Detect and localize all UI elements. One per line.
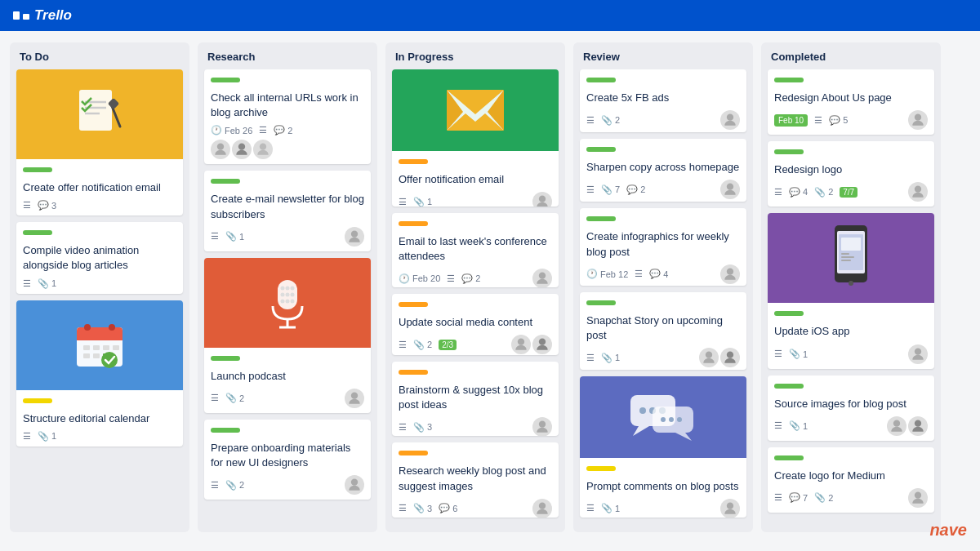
card-label [211, 428, 240, 433]
attach-count: 1 [427, 197, 432, 207]
meta-desc: ☰ [23, 278, 31, 289]
date-badge: Feb 10 [774, 114, 808, 127]
comment-count: 4 [663, 269, 668, 279]
card-comp-1[interactable]: Redesign About Us page Feb 10 ☰ 💬 5 [768, 69, 934, 135]
attach-count: 1 [803, 349, 808, 359]
card-comp-2[interactable]: Redesign logo ☰ 💬 4 📎 2 7/7 [768, 141, 934, 207]
card-body: Prompt comments on blog posts ☰ 📎 1 [580, 458, 746, 518]
svg-rect-12 [93, 345, 100, 350]
svg-point-27 [281, 292, 285, 296]
card-ip-3[interactable]: Update social media content ☰ 📎 2 2/3 [392, 294, 559, 355]
card-avatars [511, 335, 552, 354]
card-title: Create offer notification email [23, 180, 176, 195]
card-meta: ☰ 💬 4 📎 2 7/7 [774, 182, 928, 202]
column-research-title: Research [204, 51, 371, 63]
card-label [399, 302, 428, 307]
card-label [586, 466, 616, 471]
comment-icon: 💬 [789, 187, 800, 198]
card-avatars [720, 264, 740, 284]
svg-point-30 [281, 299, 285, 303]
attach-icon: 📎 [789, 420, 800, 431]
card-ip-5[interactable]: Research weekly blog post and suggest im… [392, 442, 559, 518]
card-comp-3[interactable]: Update iOS app ☰ 📎 1 [768, 213, 934, 368]
card-label [399, 221, 428, 226]
column-todo-title: To Do [16, 51, 183, 63]
meta-attach: 📎 2 [601, 115, 620, 126]
card-body: Create infographics for weekly blog post… [580, 208, 746, 286]
svg-point-45 [539, 339, 546, 345]
card-todo-2[interactable]: Compile video animation alongside blog a… [16, 222, 183, 293]
desc-icon: ☰ [586, 503, 595, 513]
svg-point-26 [291, 286, 295, 290]
attach-count: 3 [427, 422, 432, 432]
card-title: Redesign logo [774, 162, 928, 177]
meta-attach: 📎 3 [413, 503, 432, 513]
card-res-3[interactable]: Launch podcast ☰ 📎 2 [204, 258, 371, 413]
svg-point-20 [238, 144, 245, 150]
column-review: Review Create 5x FB ads ☰ 📎 2 [573, 42, 753, 532]
meta-desc: ☰ [399, 422, 407, 433]
board: To Do Creat [0, 31, 980, 551]
date-val: Feb 26 [225, 126, 252, 136]
card-comp-5[interactable]: Create logo for Medium ☰ 💬 7 📎 2 [768, 447, 934, 513]
card-label [774, 311, 804, 316]
card-ip-1[interactable]: Offer notification email ☰ 📎 1 [392, 69, 559, 207]
avatar-2 [232, 140, 252, 159]
meta-attach: 📎 1 [789, 349, 808, 359]
card-todo-1[interactable]: Create offer notification email ☰ 💬 3 [16, 69, 183, 216]
avatar-1 [720, 499, 740, 518]
avatar-1 [532, 417, 552, 436]
avatar-1 [345, 475, 364, 495]
desc-icon: ☰ [211, 480, 219, 491]
attach-icon: 📎 [38, 431, 49, 442]
card-title: Create e-mail newsletter for blog subscr… [211, 192, 364, 221]
meta-desc: ☰ [23, 431, 31, 442]
card-meta: ☰ 📎 1 [774, 344, 928, 364]
card-ip-4[interactable]: Brainstorm & suggest 10x blog post ideas… [392, 362, 559, 437]
card-avatars [532, 499, 552, 518]
desc-icon: ☰ [211, 393, 219, 403]
avatar-1 [720, 264, 740, 284]
card-rev-2[interactable]: Sharpen copy across homepage ☰ 📎 7 💬 2 [580, 139, 746, 202]
app-header: Trello [0, 0, 980, 31]
card-rev-4[interactable]: Snapchat Story on upcoming post ☰ 📎 1 [580, 292, 746, 370]
comment-count: 7 [803, 493, 808, 503]
attach-count: 1 [51, 431, 56, 441]
card-meta: ☰ 📎 1 [23, 278, 176, 289]
card-rev-5[interactable]: Prompt comments on blog posts ☰ 📎 1 [580, 376, 746, 518]
meta-comments: 💬 6 [439, 503, 457, 513]
card-ip-2[interactable]: Email to last week's conference attendee… [392, 213, 559, 288]
column-completed: Completed Redesign About Us page Feb 10 … [761, 42, 941, 532]
avatar-1 [720, 180, 740, 199]
comment-icon: 💬 [38, 200, 49, 211]
attach-icon: 📎 [601, 353, 612, 363]
card-comp-4[interactable]: Source images for blog post ☰ 📎 1 [768, 375, 934, 441]
meta-comments: 💬 2 [626, 184, 645, 195]
card-body: Update social media content ☰ 📎 2 2/3 [392, 294, 559, 355]
svg-point-44 [518, 339, 524, 345]
attach-count: 2 [615, 115, 620, 125]
avatar-1 [532, 269, 552, 287]
clock-icon: 🕐 [211, 125, 222, 136]
card-title: Update iOS app [774, 324, 928, 339]
attach-icon: 📎 [225, 231, 237, 242]
card-cover-email [392, 69, 559, 151]
card-res-4[interactable]: Prepare onboarding materials for new UI … [204, 420, 371, 500]
meta-comments: 💬 3 [38, 200, 56, 211]
card-rev-3[interactable]: Create infographics for weekly blog post… [580, 208, 746, 286]
card-meta: ☰ 📎 1 [586, 499, 740, 518]
card-body: Sharpen copy across homepage ☰ 📎 7 💬 2 [580, 139, 746, 202]
card-avatars [720, 180, 740, 199]
avatar-2 [532, 335, 552, 354]
card-body: Create 5x FB ads ☰ 📎 2 [580, 69, 746, 132]
meta-attach: 📎 1 [601, 353, 620, 363]
card-rev-1[interactable]: Create 5x FB ads ☰ 📎 2 [580, 69, 746, 132]
card-res-1[interactable]: Check all internal URLs work in blog arc… [204, 69, 371, 164]
card-label [211, 179, 240, 184]
card-res-2[interactable]: Create e-mail newsletter for blog subscr… [204, 171, 371, 251]
card-todo-3[interactable]: Structure editorial calendar ☰ 📎 1 [16, 300, 183, 447]
attach-icon: 📎 [601, 184, 612, 195]
meta-attach: 📎 1 [38, 278, 56, 289]
card-meta: ☰ 💬 3 [23, 200, 176, 211]
card-meta: ☰ 📎 1 [211, 227, 364, 247]
